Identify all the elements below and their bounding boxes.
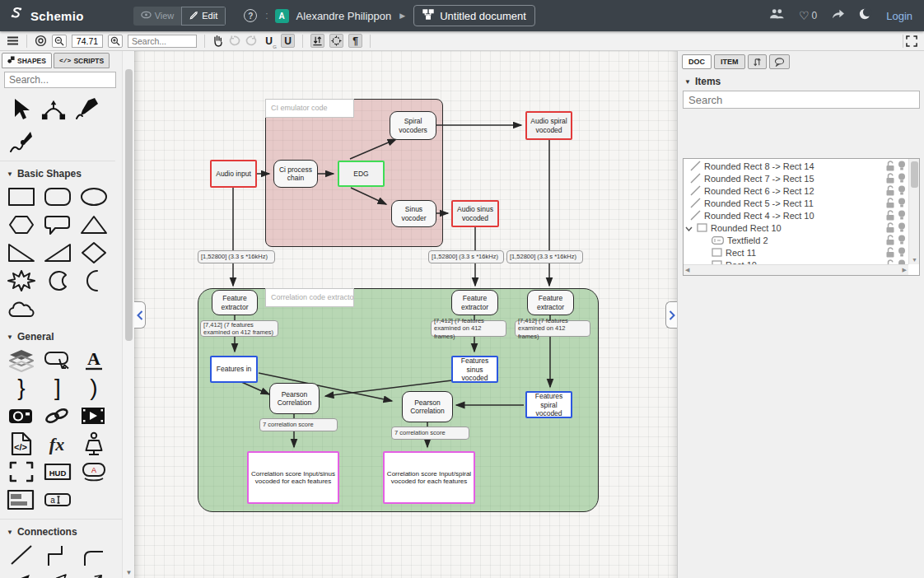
feat-label-3[interactable]: [7,412] (7 features examined on 412 fram…: [515, 320, 590, 337]
avatar[interactable]: A: [275, 9, 289, 23]
feature-extractor-2[interactable]: Feature extractor: [451, 290, 498, 315]
tool-pen-icon[interactable]: [74, 96, 99, 121]
lock-icon[interactable]: [885, 247, 895, 259]
tab-structure[interactable]: [748, 54, 767, 69]
pan-hand-icon[interactable]: [212, 34, 224, 49]
item-row[interactable]: Rounded Rect 4 -> Rect 10: [684, 209, 908, 221]
canvas[interactable]: CI emulator codeCorrelation code extract…: [134, 51, 677, 578]
feat-label-1[interactable]: [7,412] (7 features examined on 412 fram…: [200, 320, 278, 337]
sinus-vocoder[interactable]: Sinus vocoder: [391, 200, 436, 227]
shape-button-icon[interactable]: [40, 346, 76, 374]
menu-icon[interactable]: [7, 34, 19, 49]
document-title-box[interactable]: Untitled document: [413, 5, 535, 26]
snap-items-icon[interactable]: U: [281, 34, 295, 48]
shape-arrow-hollow-icon[interactable]: [40, 569, 76, 578]
target-icon[interactable]: [35, 34, 47, 49]
shape-diamond-icon[interactable]: [76, 239, 112, 267]
tab-comments[interactable]: [769, 54, 790, 69]
tab-item[interactable]: ITEM: [714, 54, 745, 69]
scroll-left-icon[interactable]: ◀: [685, 267, 689, 273]
collapse-left-panel-handle[interactable]: [134, 301, 146, 329]
shape-elbow-icon[interactable]: [40, 541, 76, 569]
features-in[interactable]: Features in: [210, 356, 258, 383]
dim-label-sinus[interactable]: [1,52800] (3.3 s *16kHz): [428, 250, 504, 263]
spiral-vocoders[interactable]: Spiral vocoders: [390, 111, 436, 140]
feature-extractor-3[interactable]: Feature extractor: [527, 290, 574, 315]
shape-hexagon-icon[interactable]: [3, 211, 40, 239]
fullscreen-icon[interactable]: [906, 34, 917, 49]
shape-curly-brace-icon[interactable]: }: [3, 374, 40, 402]
scroll-down-icon[interactable]: ▼: [123, 566, 135, 578]
lock-icon[interactable]: [885, 235, 895, 247]
tab-shapes[interactable]: SHAPES: [2, 53, 52, 68]
items-vertical-scrollbar[interactable]: ▼: [908, 159, 919, 264]
visibility-bulb-icon[interactable]: [898, 210, 906, 222]
shape-arrow-icon[interactable]: [3, 569, 40, 578]
logo[interactable]: Schemio: [8, 6, 84, 26]
item-row[interactable]: Rounded Rect 10: [684, 221, 908, 234]
item-row[interactable]: Rounded Rect 8 -> Rect 14: [684, 160, 908, 172]
shape-parenthesis-icon[interactable]: ): [76, 374, 112, 402]
shape-hud-icon[interactable]: HUD: [40, 458, 76, 486]
community-icon[interactable]: [769, 8, 785, 23]
item-row[interactable]: Textfield 2: [684, 234, 908, 246]
features-sinus-vocoded[interactable]: Features sinus vocoded: [451, 356, 498, 383]
shape-crescent-icon[interactable]: [76, 267, 112, 295]
feature-extractor-1[interactable]: Feature extractor: [212, 290, 258, 315]
section-general[interactable]: ▼ General: [0, 324, 122, 344]
shape-square-bracket-icon[interactable]: ]: [40, 374, 76, 402]
dim-label-spiral[interactable]: [1,52800] (3.3 s *16kHz): [506, 250, 583, 263]
lock-icon[interactable]: [885, 161, 895, 173]
visibility-bulb-icon[interactable]: [898, 198, 906, 210]
pearson-correlation-1[interactable]: Pearson Correlation: [269, 383, 320, 414]
scroll-down-icon[interactable]: ▼: [909, 254, 920, 264]
shape-rounded-rect-icon[interactable]: [40, 183, 76, 211]
visibility-bulb-icon[interactable]: [898, 247, 906, 259]
edit-button[interactable]: Edit: [181, 7, 226, 26]
item-row[interactable]: Rect 11: [684, 246, 908, 259]
shape-arrow-thin-icon[interactable]: [76, 569, 112, 578]
score-label-2[interactable]: 7 correlation score: [391, 427, 469, 440]
shape-ellipse-icon[interactable]: [76, 183, 112, 211]
item-row[interactable]: Rounded Rect 5 -> Rect 11: [684, 197, 908, 209]
shape-moon-bite-icon[interactable]: [40, 267, 76, 295]
shape-code-icon[interactable]: </>: [3, 430, 40, 458]
zoom-out-button[interactable]: [52, 35, 67, 48]
chevron-down-icon[interactable]: [684, 223, 693, 233]
section-connections[interactable]: ▼ Connections: [0, 519, 122, 539]
shape-speech-bubble-icon[interactable]: [40, 211, 76, 239]
shape-function-icon[interactable]: fx: [40, 430, 76, 458]
output-spiral[interactable]: Correlation score Input/spiral vocoded f…: [383, 451, 475, 504]
tab-scripts[interactable]: </> SCRIPTS: [54, 53, 110, 68]
scroll-right-icon[interactable]: ▶: [903, 267, 907, 273]
item-row[interactable]: Rounded Rect 6 -> Rect 12: [684, 184, 908, 197]
visibility-bulb-icon[interactable]: [898, 185, 906, 198]
shape-round-elbow-icon[interactable]: [76, 541, 112, 569]
snap-grid-icon[interactable]: UG: [262, 34, 276, 48]
items-search-input[interactable]: [683, 91, 920, 109]
lock-icon[interactable]: [885, 210, 895, 222]
scrollbar-thumb[interactable]: [125, 69, 133, 341]
audio-sinus-vocoded[interactable]: Audio sinus vocoded: [451, 200, 499, 227]
shape-image-icon[interactable]: [3, 402, 40, 430]
shape-starburst-icon[interactable]: [3, 267, 40, 295]
lock-icon[interactable]: [885, 198, 895, 210]
audio-spiral-vocoded[interactable]: Audio spiral vocoded: [525, 111, 572, 140]
shape-form-icon[interactable]: [3, 486, 40, 514]
login-link[interactable]: Login: [886, 10, 912, 22]
share-icon[interactable]: [831, 8, 845, 23]
visibility-bulb-icon[interactable]: [898, 222, 906, 235]
pearson-correlation-2[interactable]: Pearson Correlation: [402, 391, 453, 422]
collapse-right-panel-handle[interactable]: [665, 301, 677, 329]
toolbar-search-input[interactable]: [128, 35, 197, 48]
tool-curve-edit-icon[interactable]: [41, 96, 66, 121]
shape-right-triangle-2-icon[interactable]: [40, 239, 76, 267]
audio-input[interactable]: Audio input: [210, 160, 257, 188]
help-icon[interactable]: ?: [244, 9, 257, 22]
shape-layers-icon[interactable]: [3, 346, 40, 374]
ci-process-chain[interactable]: Ci process chain: [273, 160, 318, 188]
visibility-bulb-icon[interactable]: [898, 235, 906, 247]
feat-label-2[interactable]: [7,412] (7 features examined on 412 fram…: [431, 320, 506, 337]
features-spiral-vocoded[interactable]: Features spiral vocoded: [525, 391, 572, 418]
shape-text-icon[interactable]: A: [76, 346, 112, 374]
